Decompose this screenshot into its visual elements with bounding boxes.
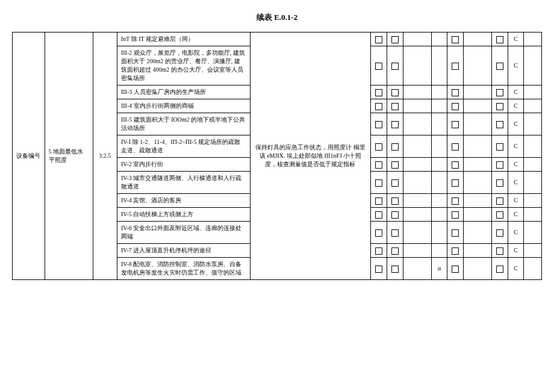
checkbox-icon[interactable] [452, 143, 459, 151]
checkbox-icon[interactable] [496, 266, 503, 273]
checkbox-icon[interactable] [375, 143, 382, 151]
checkbox-icon[interactable] [375, 63, 382, 70]
checkbox-icon[interactable] [452, 103, 459, 110]
checkbox-icon[interactable] [391, 103, 399, 110]
checkbox-icon[interactable] [452, 36, 459, 43]
empty-cell [464, 222, 492, 244]
empty-cell [403, 46, 431, 86]
checkbox-icon[interactable] [452, 229, 459, 237]
checkbox-icon[interactable] [375, 229, 382, 237]
checkbox-cell [447, 33, 464, 46]
empty-cell [524, 208, 542, 222]
checkbox-cell [447, 244, 464, 258]
checkbox-cell [387, 135, 403, 158]
checkbox-icon[interactable] [452, 198, 459, 205]
checkbox-cell [387, 172, 403, 194]
checkbox-icon[interactable] [375, 198, 382, 205]
checkbox-icon[interactable] [375, 121, 382, 128]
checkbox-icon[interactable] [496, 211, 503, 219]
col-description: IV-6 安全出口外面及附近区域、连廊的连接处两端 [117, 222, 250, 244]
checkbox-icon[interactable] [391, 211, 399, 219]
empty-cell [524, 172, 542, 194]
empty-cell [524, 258, 542, 280]
checkbox-cell [491, 208, 508, 222]
checkbox-icon[interactable] [391, 36, 399, 43]
grade-cell: C [508, 46, 524, 86]
checkbox-icon[interactable] [391, 121, 399, 128]
checkbox-cell [371, 158, 387, 172]
empty-cell [403, 99, 431, 113]
grade-cell: C [508, 208, 524, 222]
checkbox-icon[interactable] [391, 179, 399, 187]
checkbox-cell [447, 86, 464, 99]
alpha-cell [431, 99, 447, 113]
checkbox-cell [447, 194, 464, 208]
checkbox-cell [447, 158, 464, 172]
checkbox-icon[interactable] [391, 247, 399, 255]
checkbox-cell [447, 258, 464, 280]
checkbox-cell [491, 46, 508, 86]
checkbox-icon[interactable] [452, 63, 459, 70]
empty-cell [403, 194, 431, 208]
checkbox-icon[interactable] [391, 161, 399, 169]
checkbox-icon[interactable] [496, 161, 503, 169]
checkbox-icon[interactable] [496, 179, 503, 187]
empty-cell [464, 158, 492, 172]
checkbox-cell [371, 208, 387, 222]
empty-cell [524, 194, 542, 208]
alpha-cell [431, 194, 447, 208]
checkbox-icon[interactable] [375, 89, 382, 96]
checkbox-icon[interactable] [375, 103, 382, 110]
checkbox-icon[interactable] [496, 63, 503, 70]
alpha-cell [431, 244, 447, 258]
checkbox-icon[interactable] [452, 211, 459, 219]
empty-cell [524, 222, 542, 244]
checkbox-icon[interactable] [496, 89, 503, 96]
checkbox-icon[interactable] [391, 266, 399, 273]
empty-cell [403, 172, 431, 194]
checkbox-icon[interactable] [375, 36, 382, 43]
checkbox-icon[interactable] [375, 266, 382, 273]
checkbox-cell [387, 113, 403, 135]
checkbox-icon[interactable] [452, 89, 459, 96]
empty-cell [403, 222, 431, 244]
checkbox-icon[interactable] [452, 266, 459, 273]
empty-cell [464, 194, 492, 208]
checkbox-icon[interactable] [391, 229, 399, 237]
checkbox-icon[interactable] [391, 198, 399, 205]
checkbox-cell [387, 33, 403, 46]
grade-cell: C [508, 194, 524, 208]
empty-cell [403, 33, 431, 46]
checkbox-icon[interactable] [375, 211, 382, 219]
empty-cell [524, 86, 542, 99]
checkbox-icon[interactable] [496, 36, 503, 43]
checkbox-cell [491, 135, 508, 158]
checkbox-icon[interactable] [452, 161, 459, 169]
checkbox-icon[interactable] [496, 229, 503, 237]
empty-cell [464, 99, 492, 113]
checkbox-icon[interactable] [496, 103, 503, 110]
alpha-cell [431, 172, 447, 194]
checkbox-icon[interactable] [375, 179, 382, 187]
checkbox-icon[interactable] [496, 198, 503, 205]
checkbox-icon[interactable] [452, 179, 459, 187]
checkbox-icon[interactable] [375, 161, 382, 169]
checkbox-icon[interactable] [452, 121, 459, 128]
checkbox-icon[interactable] [496, 143, 503, 151]
checkbox-cell [491, 194, 508, 208]
checkbox-icon[interactable] [391, 143, 399, 151]
checkbox-icon[interactable] [391, 63, 399, 70]
empty-cell [524, 46, 542, 86]
checkbox-icon[interactable] [391, 89, 399, 96]
checkbox-cell [491, 172, 508, 194]
col-description: IV-8 配电室、消防控制室、消防水泵房、自备发电机房等发生火灾时仍需工作、值守… [117, 258, 250, 280]
checkbox-icon[interactable] [452, 247, 459, 255]
checkbox-icon[interactable] [496, 247, 503, 255]
checkbox-cell [371, 222, 387, 244]
main-table: 设备编号5 地面最低水平照度3.2.5InT 除 IT 规定避难层（间）保持灯具… [12, 32, 542, 280]
checkbox-cell [371, 258, 387, 280]
checkbox-icon[interactable] [496, 121, 503, 128]
checkbox-icon[interactable] [375, 247, 382, 255]
empty-cell [464, 208, 492, 222]
checkbox-cell [371, 86, 387, 99]
